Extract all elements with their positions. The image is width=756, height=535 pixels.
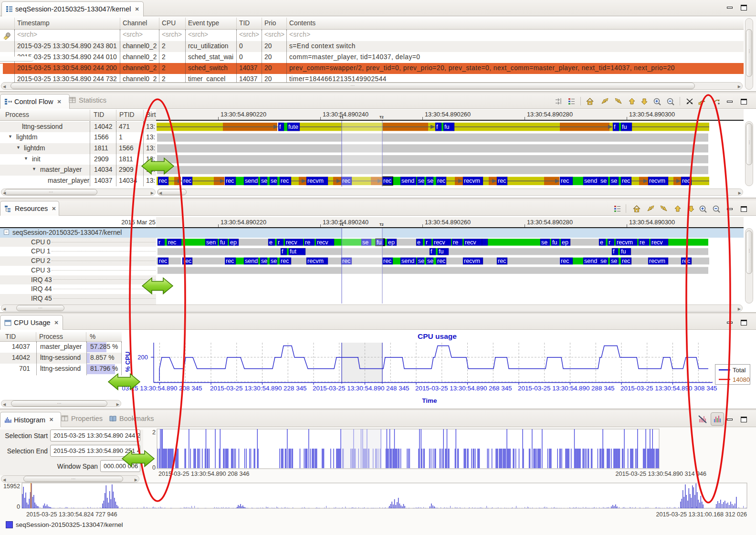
svg-text:rec: rec: [281, 178, 289, 184]
svg-text:recvm: recvm: [464, 258, 480, 264]
svg-text:re: re: [453, 239, 458, 246]
svg-text:se: se: [261, 178, 267, 184]
svg-text:recvm: recvm: [649, 258, 665, 264]
svg-text:re: re: [305, 239, 310, 246]
svg-text:rec: rec: [183, 178, 191, 184]
svg-text:re: re: [640, 239, 645, 246]
svg-text:rec: rec: [226, 178, 234, 184]
svg-text:fu: fu: [220, 239, 225, 246]
svg-text:se: se: [600, 178, 607, 184]
svg-text:e: e: [600, 239, 603, 246]
svg-text:ep: ep: [388, 239, 395, 246]
svg-text:ep: ep: [230, 239, 237, 246]
svg-text:rec: rec: [622, 258, 630, 264]
svg-text:f: f: [430, 248, 432, 255]
svg-text:rec: rec: [159, 178, 167, 184]
svg-text:0: 0: [152, 464, 156, 471]
svg-text:fute: fute: [288, 124, 298, 130]
svg-text:rec: rec: [561, 178, 569, 184]
svg-text:se: se: [427, 178, 433, 184]
svg-text:% CPU: % CPU: [124, 352, 131, 372]
svg-text:2015-03-25 13:30:54.890 208 34: 2015-03-25 13:30:54.890 208 346: [158, 471, 249, 477]
svg-text:14080: 14080: [733, 376, 750, 383]
svg-text:send: send: [401, 178, 414, 184]
svg-text:rec: rec: [281, 258, 289, 264]
svg-text:rec: rec: [437, 258, 445, 264]
svg-text:fu: fu: [622, 124, 627, 130]
svg-text:fu: fu: [552, 239, 557, 246]
svg-text:rec: rec: [622, 178, 630, 184]
svg-text:2015-03-25 13:30:54.890 228 34: 2015-03-25 13:30:54.890 228 345: [210, 385, 307, 392]
svg-text:rec: rec: [682, 178, 690, 184]
svg-text:se: se: [427, 258, 433, 264]
svg-text:2015-03-25 13:30:54.890 314 94: 2015-03-25 13:30:54.890 314 946: [616, 471, 706, 477]
svg-text:recv: recv: [465, 239, 476, 246]
svg-text:r: r: [426, 239, 428, 246]
svg-text:f: f: [614, 124, 616, 130]
svg-text:recvm: recvm: [649, 178, 665, 184]
svg-text:recv: recv: [286, 239, 297, 246]
svg-text:rec: rec: [159, 258, 167, 264]
svg-text:2015-03-25 13:30:54.890 248 34: 2015-03-25 13:30:54.890 248 345: [313, 385, 410, 392]
svg-text:2015-03-25 13:30:54.890 268 34: 2015-03-25 13:30:54.890 268 345: [415, 385, 512, 392]
svg-text:rec: rec: [183, 258, 191, 264]
svg-text:rec: rec: [561, 258, 569, 264]
svg-text:e: e: [417, 239, 420, 246]
svg-text:recvm: recvm: [617, 239, 633, 246]
svg-text:send: send: [245, 258, 258, 264]
svg-text:send: send: [584, 258, 597, 264]
svg-text:se: se: [261, 258, 267, 264]
svg-text:recvm: recvm: [307, 258, 324, 264]
svg-text:Total: Total: [733, 367, 746, 374]
svg-text:se: se: [271, 258, 277, 264]
svg-text:CPU usage: CPU usage: [418, 332, 457, 340]
svg-text:se: se: [418, 258, 424, 264]
svg-text:2015-03-25 13:30:54.890 208 34: 2015-03-25 13:30:54.890 208 345: [122, 385, 202, 392]
svg-text:se: se: [418, 178, 424, 184]
svg-text:fu: fu: [621, 248, 626, 255]
svg-text:se: se: [611, 178, 617, 184]
svg-text:sen: sen: [206, 239, 216, 246]
svg-text:f: f: [282, 248, 284, 255]
svg-text:fu: fu: [444, 124, 449, 130]
svg-text:r: r: [158, 239, 160, 246]
svg-text:send: send: [245, 178, 258, 184]
svg-text:rec: rec: [168, 239, 176, 246]
svg-text:rec: rec: [498, 258, 506, 264]
svg-text:send: send: [584, 178, 597, 184]
svg-text:rec: rec: [682, 258, 690, 264]
svg-text:0: 0: [17, 504, 20, 510]
svg-text:se: se: [600, 258, 607, 264]
svg-text:rec: rec: [383, 258, 391, 264]
svg-text:2015-03-25 13:30:54.824 727 94: 2015-03-25 13:30:54.824 727 946: [26, 511, 117, 518]
svg-text:15952: 15952: [3, 483, 20, 490]
svg-text:se: se: [541, 239, 547, 246]
svg-text:recvm: recvm: [464, 178, 480, 184]
svg-text:e: e: [269, 239, 273, 246]
svg-text:2015-03-25 13:31:00.168 312 02: 2015-03-25 13:31:00.168 312 026: [656, 511, 747, 518]
svg-text:se: se: [271, 178, 277, 184]
svg-text:recv: recv: [651, 239, 663, 246]
svg-text:rec: rec: [383, 178, 391, 184]
svg-text:2: 2: [152, 429, 156, 436]
svg-text:f: f: [613, 248, 615, 255]
svg-text:200: 200: [137, 354, 148, 361]
svg-text:r: r: [609, 239, 610, 246]
svg-text:2015-03-25 13:30:54.890 288 34: 2015-03-25 13:30:54.890 288 345: [518, 385, 615, 392]
svg-text:f: f: [436, 124, 438, 130]
svg-text:rec: rec: [226, 258, 234, 264]
svg-text:recv: recv: [317, 239, 328, 246]
svg-text:rec: rec: [498, 178, 506, 184]
svg-text:send: send: [401, 258, 414, 264]
svg-text:recvm: recvm: [307, 178, 324, 184]
svg-text:f: f: [279, 124, 281, 130]
svg-text:fut: fut: [290, 248, 296, 255]
svg-text:2015-03-25 13:30:54.890 308 34: 2015-03-25 13:30:54.890 308 345: [620, 385, 717, 392]
svg-text:rec: rec: [437, 178, 445, 184]
svg-text:recv: recv: [434, 239, 445, 246]
svg-text:fu: fu: [439, 248, 443, 255]
svg-text:ep: ep: [562, 239, 568, 246]
svg-text:se: se: [611, 258, 617, 264]
svg-text:r: r: [278, 239, 280, 246]
